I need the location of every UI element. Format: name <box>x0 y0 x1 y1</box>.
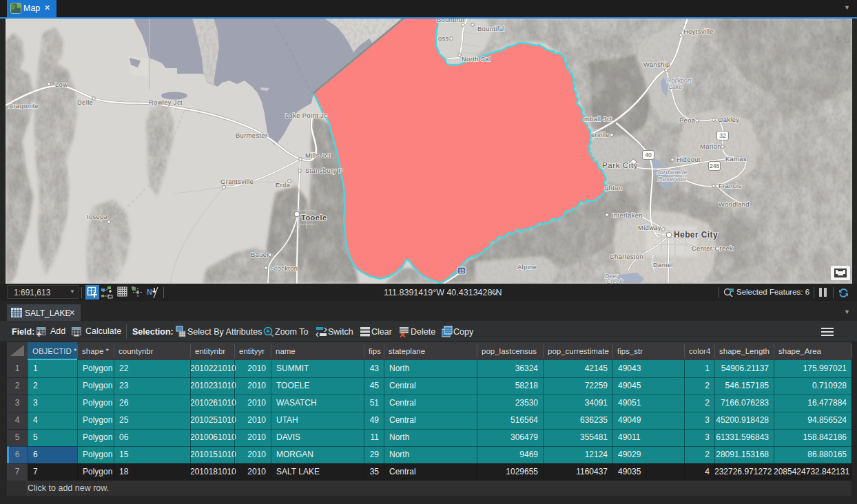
svg-text:S U: S U <box>836 36 851 44</box>
svg-text:Oakley: Oakley <box>718 116 739 123</box>
svg-text:Jordanelle: Jordanelle <box>656 169 688 176</box>
svg-text:Hideout: Hideout <box>677 156 701 163</box>
svg-text:Peoa: Peoa <box>679 117 696 124</box>
svg-text:oss: oss <box>438 35 449 42</box>
svg-text:N: N <box>147 288 152 296</box>
svg-text:Tooele: Tooele <box>301 213 327 222</box>
svg-text:Midway: Midway <box>638 224 661 231</box>
svg-text:Lake Point Jc: Lake Point Jc <box>285 112 327 119</box>
svg-text:Low: Low <box>55 81 68 88</box>
svg-text:ghton: ghton <box>605 185 622 191</box>
svg-text:Lake: Lake <box>669 83 682 90</box>
svg-text:erville: erville <box>591 132 610 138</box>
svg-text:Iosepa: Iosepa <box>87 213 108 220</box>
svg-text:Delle: Delle <box>77 99 93 106</box>
svg-text:North Sal: North Sal <box>462 56 491 63</box>
svg-text:Kamas: Kamas <box>725 156 747 162</box>
svg-text:Marion: Marion <box>700 143 721 150</box>
svg-text:32: 32 <box>719 132 726 139</box>
svg-text:Rowley Jct: Rowley Jct <box>149 99 183 106</box>
svg-text:Interlaken: Interlaken <box>612 212 643 219</box>
svg-text:Burmester: Burmester <box>236 132 267 139</box>
svg-text:Bountiful: Bountiful <box>477 25 505 32</box>
svg-text:Woodland: Woodland <box>719 201 750 208</box>
svg-text:Aragonite: Aragonite <box>9 103 39 109</box>
svg-text:15: 15 <box>459 269 464 273</box>
svg-text:Stansbury P: Stansbury P <box>305 167 343 174</box>
svg-text:Stockton: Stockton <box>271 265 298 272</box>
svg-text:Bountiful: Bountiful <box>437 19 464 23</box>
svg-text:Alpine: Alpine <box>517 264 537 271</box>
svg-text:Heber City: Heber City <box>674 230 718 240</box>
svg-text:Charleston: Charleston <box>610 253 643 260</box>
svg-text:Grantsville: Grantsville <box>220 178 254 185</box>
svg-text:Daniel: Daniel <box>653 262 673 269</box>
svg-text:Center Creek: Center Creek <box>692 245 733 252</box>
svg-text:Park City: Park City <box>602 161 638 169</box>
svg-text:Hoytsville: Hoytsville <box>683 28 714 35</box>
svg-text:Francis: Francis <box>719 182 741 189</box>
svg-text:mball Jct: mball Jct <box>584 116 612 123</box>
svg-text:Creek: Creek <box>606 278 623 284</box>
svg-text:248: 248 <box>710 162 719 169</box>
svg-text:Reservoir: Reservoir <box>658 176 687 182</box>
svg-text:Wanship: Wanship <box>643 61 670 68</box>
svg-text:Erda: Erda <box>276 182 291 189</box>
svg-text:Mills Jct: Mills Jct <box>305 152 331 159</box>
svg-text:Bauer: Bauer <box>251 251 269 258</box>
svg-text:40: 40 <box>645 151 652 158</box>
